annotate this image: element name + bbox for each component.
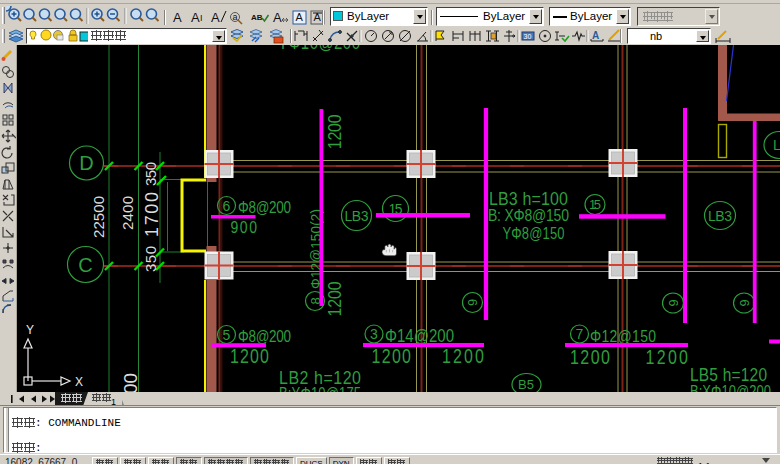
svg-text:900: 900 [231,217,258,236]
svg-text:A: A [173,10,182,25]
svg-text:1200: 1200 [372,346,412,368]
svg-text:YΦ8@150: YΦ8@150 [503,224,565,241]
svg-text:B:XΦ10@200: B:XΦ10@200 [690,382,771,392]
svg-text:LB3: LB3 [708,208,732,224]
svg-text:A: A [273,10,282,25]
svg-text:A: A [191,10,200,25]
svg-text:1200: 1200 [646,347,689,369]
svg-text:B5: B5 [518,377,534,392]
svg-text:1700: 1700 [142,192,162,237]
svg-text:I: I [200,13,203,23]
svg-text:A: A [211,10,220,25]
svg-text:1200: 1200 [442,346,484,368]
svg-text:AB: AB [251,13,263,22]
svg-text:1200: 1200 [230,346,269,368]
svg-text:B: XΦ8@150: B: XΦ8@150 [488,206,569,224]
svg-text:1200: 1200 [324,281,345,316]
svg-text:Φ12@150: Φ12@150 [590,326,656,345]
svg-text:Φ14@200: Φ14@200 [385,325,454,346]
svg-text:9: 9 [666,299,681,306]
svg-text:1200: 1200 [324,114,345,149]
svg-text:A: A [296,11,304,23]
svg-text:22500: 22500 [90,196,107,238]
svg-text:3: 3 [370,326,378,342]
svg-text:00: 00 [120,373,141,392]
svg-text:9: 9 [737,299,752,306]
svg-text:a: a [233,12,238,22]
svg-text:9: 9 [465,299,480,306]
svg-text:LB3: LB3 [345,208,369,224]
svg-text:Φ8@200: Φ8@200 [238,326,291,345]
svg-text:X: X [75,375,83,389]
svg-text:D: D [79,152,93,174]
svg-text:15: 15 [589,197,601,212]
svg-text:LB: LB [773,137,780,153]
svg-text:C: C [78,254,92,276]
svg-text:2400: 2400 [119,196,136,230]
svg-text:5: 5 [223,327,231,343]
svg-text:Φ8@200: Φ8@200 [238,197,291,216]
svg-text:A: A [592,30,599,41]
svg-text:350: 350 [142,246,159,272]
svg-text:1200: 1200 [570,347,610,369]
svg-text:6: 6 [223,198,231,214]
svg-text:30: 30 [524,33,532,40]
svg-text:Y: Y [26,323,34,337]
svg-text:YΦ10@200: YΦ10@200 [278,45,360,53]
svg-text:7: 7 [576,326,584,342]
svg-text:350: 350 [142,162,159,186]
svg-text:B:YΦ10@175: B:YΦ10@175 [279,385,361,392]
